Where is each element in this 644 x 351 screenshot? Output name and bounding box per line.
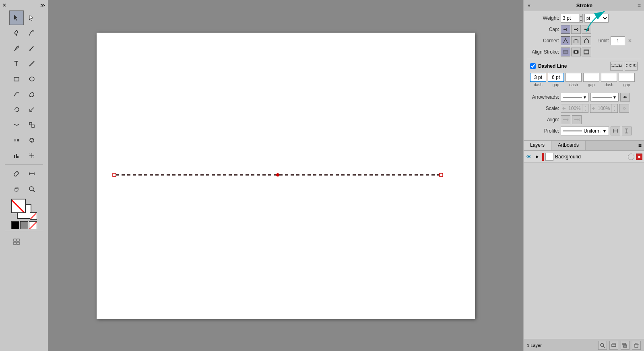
miter-join-btn[interactable]: [561, 36, 570, 45]
direct-selection-tool-btn[interactable]: [25, 10, 39, 25]
foreground-swatch[interactable]: [11, 199, 26, 213]
find-layers-btn[interactable]: [598, 341, 607, 350]
scale-start-down[interactable]: ▼: [582, 108, 588, 112]
line-tool-btn[interactable]: [25, 56, 39, 71]
dashed-line-checkbox[interactable]: [530, 63, 536, 69]
swap-arrowheads-btn[interactable]: [620, 93, 630, 102]
align-inside-btn[interactable]: [571, 48, 581, 56]
layer-visibility-btn[interactable]: 👁: [525, 153, 533, 160]
blob-brush-tool-btn[interactable]: [25, 87, 39, 102]
symbol-tool-btn[interactable]: [25, 133, 39, 147]
type-tool-btn[interactable]: T: [9, 56, 24, 71]
scale-end-input[interactable]: [596, 104, 611, 112]
graph-tool-btn[interactable]: [9, 148, 24, 163]
mesh-tool-btn[interactable]: [25, 148, 39, 163]
align-arrowhead-start-btn[interactable]: [561, 115, 570, 124]
gap2-input[interactable]: [583, 73, 599, 82]
svg-point-66: [601, 343, 604, 347]
pencil-tool-btn[interactable]: [25, 41, 39, 56]
none-color-swatch[interactable]: [29, 221, 37, 229]
tab-layers[interactable]: Layers: [524, 141, 551, 150]
dash2-input[interactable]: [566, 73, 582, 82]
reshape-tool-btn[interactable]: [25, 118, 39, 132]
round-cap-btn[interactable]: [571, 25, 581, 34]
flip-profile-btn[interactable]: [611, 127, 620, 135]
hand-tool-btn[interactable]: [9, 182, 24, 196]
dash1-input[interactable]: [530, 73, 546, 82]
limit-input[interactable]: [611, 36, 625, 45]
profile-dropdown[interactable]: Uniform ▼: [561, 127, 609, 135]
change-screen-mode-btn[interactable]: [9, 235, 24, 249]
warp-tool-btn[interactable]: [9, 118, 24, 132]
dash3-field: dash: [601, 73, 617, 87]
rotate-tool-btn[interactable]: [9, 102, 24, 117]
layer-target-btn[interactable]: [628, 154, 634, 160]
arrowhead-end-select[interactable]: ▼: [590, 93, 619, 102]
gray-swatch[interactable]: [20, 221, 28, 229]
black-swatch[interactable]: [11, 221, 19, 229]
pen-tool-btn[interactable]: [9, 26, 24, 40]
layer-lock-btn[interactable]: ■: [636, 154, 642, 160]
stroke-panel-menu-icon[interactable]: ≡: [638, 2, 641, 9]
weight-spinner[interactable]: ▲ ▼: [561, 14, 583, 23]
new-layer-btn[interactable]: [621, 341, 630, 350]
svg-rect-54: [615, 65, 618, 66]
link-scale-btn[interactable]: [619, 104, 629, 113]
freehand-tool-btn[interactable]: [25, 26, 39, 40]
svg-rect-68: [612, 344, 616, 347]
delete-layer-btn[interactable]: [632, 341, 641, 350]
align-center-btn[interactable]: [561, 48, 570, 56]
layer-item[interactable]: 👁 ▶ Background ■: [524, 151, 644, 163]
flip-profile-perp-btn[interactable]: [622, 127, 632, 135]
weight-unit-select[interactable]: pt px mm: [584, 14, 609, 23]
projecting-cap-btn[interactable]: [582, 25, 591, 34]
ellipse-tool-btn[interactable]: [25, 72, 39, 86]
align-outside-btn[interactable]: [582, 48, 591, 56]
svg-point-20: [31, 141, 32, 142]
canvas-area[interactable]: [48, 0, 523, 351]
butt-cap-btn[interactable]: [561, 25, 570, 34]
blend-tool-btn[interactable]: [9, 133, 24, 147]
scale-end-down[interactable]: ▼: [612, 108, 617, 112]
weight-up-btn[interactable]: ▲: [580, 14, 582, 18]
pencil2-tool-btn[interactable]: [9, 87, 24, 102]
scale-start-up[interactable]: ▲: [582, 104, 588, 108]
preserve-dashes-btn[interactable]: [625, 62, 638, 71]
paintbrush-tool-btn[interactable]: [9, 41, 24, 56]
gap3-input[interactable]: [619, 73, 635, 82]
svg-marker-60: [567, 118, 569, 121]
weight-input[interactable]: [561, 14, 579, 22]
limit-x-btn[interactable]: ✕: [627, 37, 633, 44]
svg-rect-55: [619, 65, 622, 66]
toolbar-close-icon[interactable]: ✕: [2, 2, 6, 8]
selection-tool-btn[interactable]: [9, 10, 24, 25]
bevel-join-btn[interactable]: [582, 36, 591, 45]
svg-line-67: [603, 346, 605, 348]
scale-end-up[interactable]: ▲: [612, 104, 617, 108]
adjust-dashes-btn[interactable]: [610, 62, 623, 71]
weight-down-btn[interactable]: ▼: [580, 18, 582, 22]
layer-expand-btn[interactable]: ▶: [534, 154, 541, 160]
eyedropper-tool-btn[interactable]: [9, 166, 24, 181]
tab-artboards[interactable]: Artboards: [551, 141, 586, 150]
toolbar-collapse-icon[interactable]: ≫: [40, 2, 45, 8]
svg-marker-9: [15, 111, 17, 112]
align-arrowhead-end-btn[interactable]: [572, 115, 582, 124]
rect-tool-btn[interactable]: [9, 72, 24, 86]
arrowhead-start-select[interactable]: ▼: [561, 93, 589, 102]
measure-tool-btn[interactable]: [25, 166, 39, 181]
layers-footer: 1 Layer: [524, 339, 644, 351]
dash3-input[interactable]: [601, 73, 617, 82]
layers-menu-btn[interactable]: ≡: [636, 141, 644, 150]
scale-tool-btn[interactable]: [25, 102, 39, 117]
none-swatch[interactable]: [30, 212, 37, 220]
scale-start-spinner[interactable]: ▲ ▼: [561, 104, 588, 113]
gap1-input[interactable]: [548, 73, 564, 82]
scale-start-input[interactable]: [567, 104, 582, 112]
scale-end-spinner[interactable]: ▲ ▼: [590, 104, 618, 113]
zoom-tool-btn[interactable]: [25, 182, 39, 196]
svg-rect-37: [113, 173, 116, 177]
make-layer-from-sel-btn[interactable]: [609, 341, 618, 350]
cap-label: Cap:: [527, 27, 559, 32]
round-join-btn[interactable]: [571, 36, 581, 45]
